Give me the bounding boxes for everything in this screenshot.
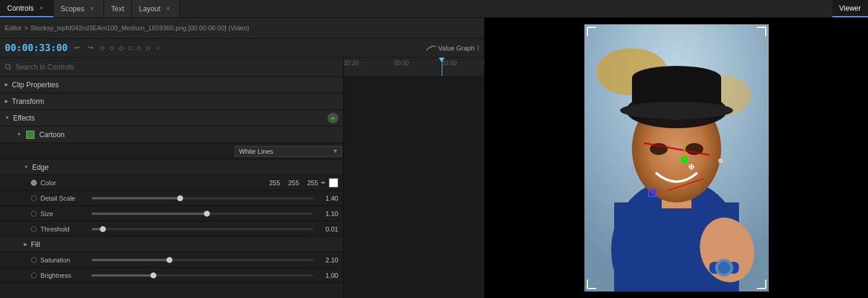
color-g: 255 [282, 179, 299, 186]
keyframe-diamond-4[interactable]: ◇ [137, 45, 141, 51]
edge-title: Edge [32, 163, 49, 172]
clip-properties-title: Clip Properties [12, 81, 59, 89]
size-row: Size 1.10 [0, 206, 343, 221]
detail-scale-keyframe-dot[interactable] [31, 195, 37, 201]
tab-controls-close[interactable]: × [37, 4, 46, 12]
color-swatch[interactable] [329, 178, 338, 188]
brightness-row: Brightness 1.00 [0, 268, 343, 283]
detail-scale-thumb[interactable] [177, 195, 183, 201]
brightness-slider[interactable] [92, 274, 313, 277]
brightness-keyframe-dot[interactable] [31, 272, 37, 278]
size-value: 1.10 [317, 210, 338, 217]
svg-point-0 [5, 64, 10, 69]
tab-layout-label: Layout [139, 5, 161, 13]
transform-title: Transform [12, 97, 44, 106]
white-lines-dropdown[interactable]: White Lines [235, 146, 342, 157]
timecode-display: 00:00:33:00 [5, 42, 68, 53]
transform-chevron: ▶ [5, 99, 8, 104]
timeline-ruler[interactable]: 32:20 00:00 33:00 00:00 [344, 58, 484, 76]
ruler-mark-3: 00:00 [483, 58, 484, 66]
redo-button[interactable]: ↪ [86, 43, 95, 53]
tab-text-label: Text [111, 5, 124, 13]
viewer-content [485, 18, 868, 298]
saturation-fill [92, 259, 169, 261]
dropdown-arrow-icon: ▼ [332, 148, 338, 154]
threshold-row: Threshold 0.01 [0, 221, 343, 237]
breadcrumb-filename: Stocksy_txpfd042cd3EAm100_Medium_1659360… [30, 24, 249, 31]
saturation-keyframe-dot[interactable] [31, 257, 37, 263]
threshold-value: 0.01 [317, 226, 338, 233]
tab-text[interactable]: Text [104, 0, 132, 17]
search-input[interactable] [15, 63, 338, 71]
detail-scale-slider[interactable] [92, 197, 313, 199]
keyframe-circle[interactable]: ○ [156, 45, 159, 51]
playhead[interactable] [442, 58, 442, 76]
svg-point-15 [718, 158, 724, 164]
tab-scopes-close[interactable]: × [88, 5, 96, 13]
tab-scopes[interactable]: Scopes × [54, 0, 104, 17]
effects-title: Effects [13, 114, 34, 122]
saturation-slider[interactable] [92, 259, 313, 261]
undo-button[interactable]: ↩ [73, 43, 81, 53]
tab-bar: Controls × Scopes × Text Layout × Viewer [0, 0, 868, 18]
section-transform[interactable]: ▶ Transform [0, 93, 343, 110]
brightness-thumb[interactable] [150, 272, 156, 278]
cartoon-checkbox[interactable] [26, 131, 34, 139]
clip-properties-chevron: ▶ [5, 82, 8, 87]
size-thumb[interactable] [204, 211, 210, 217]
value-graph-label: Value Graph [438, 45, 474, 52]
fill-chevron: ▶ [24, 242, 27, 247]
fill-title: Fill [31, 240, 40, 249]
tab-controls[interactable]: Controls × [0, 0, 54, 17]
detail-scale-fill [92, 197, 180, 199]
keyframe-diamond-1[interactable]: ◇ [100, 45, 105, 51]
size-keyframe-dot[interactable] [31, 211, 37, 217]
fill-section-header[interactable]: ▶ Fill [0, 237, 343, 252]
color-label: Color [40, 179, 88, 186]
value-graph-icon [426, 45, 436, 52]
svg-rect-28 [649, 189, 656, 196]
keyframe-triangle[interactable]: ▷ [146, 45, 151, 51]
threshold-slider[interactable] [92, 228, 313, 230]
timeline-header: 32:20 00:00 33:00 00:00 [344, 58, 484, 77]
threshold-thumb[interactable] [100, 226, 106, 232]
threshold-keyframe-dot[interactable] [31, 226, 37, 232]
color-keyframe-dot[interactable] [31, 180, 37, 186]
saturation-thumb[interactable] [166, 257, 172, 263]
tab-layout[interactable]: Layout × [132, 0, 180, 17]
edge-section-header[interactable]: ▼ Edge [0, 160, 343, 175]
cartoon-chevron[interactable]: ▼ [17, 132, 21, 137]
svg-point-12 [620, 102, 733, 119]
cartoon-header: ▼ Cartoon [0, 126, 343, 143]
ruler-label-3: 00:00 [483, 58, 484, 66]
color-b: 255 [301, 179, 318, 186]
edge-chevron: ▼ [24, 164, 29, 170]
keyframe-diamond-2[interactable]: ◇ [109, 45, 114, 51]
saturation-value: 2.10 [317, 256, 338, 264]
keyframe-square[interactable]: □ [128, 45, 132, 51]
svg-point-11 [632, 66, 721, 90]
svg-point-19 [718, 262, 730, 274]
keyframe-diamond-3[interactable]: ◇ [119, 45, 124, 51]
section-effects[interactable]: ▼ Effects + [0, 110, 343, 126]
white-lines-row: White Lines ▼ [0, 143, 343, 160]
svg-line-1 [10, 68, 11, 69]
size-label: Size [40, 210, 88, 217]
controls-split: ▶ Clip Properties ▶ Transform ▼ Effects … [0, 58, 484, 298]
value-graph-button[interactable]: Value Graph ⟩ [426, 45, 479, 52]
viewer-image-container [584, 24, 769, 291]
size-slider[interactable] [92, 213, 313, 215]
ruler-label-0: 32:20 [344, 58, 358, 66]
main-content: Editor > Stocksy_txpfd042cd3EAm100_Mediu… [0, 18, 868, 298]
add-effect-button[interactable]: + [328, 113, 338, 123]
detail-scale-value: 1.40 [317, 195, 338, 202]
timeline-area[interactable]: 32:20 00:00 33:00 00:00 [344, 58, 484, 298]
tab-layout-close[interactable]: × [164, 5, 172, 13]
section-clip-properties[interactable]: ▶ Clip Properties [0, 77, 343, 93]
threshold-label: Threshold [40, 226, 88, 233]
breadcrumb-separator: > [24, 24, 28, 31]
time-toolbar: 00:00:33:00 ↩ ↪ ◇ ◇ ◇ □ ◇ ▷ ○ Value Grap… [0, 39, 484, 58]
eyedropper-icon[interactable]: ✒ [320, 179, 326, 187]
tab-viewer[interactable]: Viewer [832, 0, 868, 17]
right-panel [485, 18, 868, 298]
